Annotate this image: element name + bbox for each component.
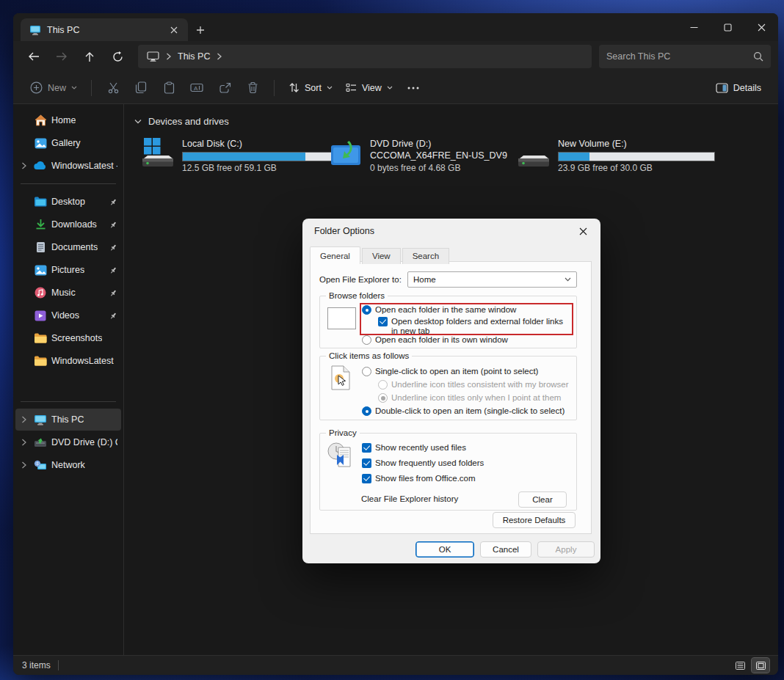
- close-button[interactable]: [744, 15, 778, 40]
- option-label: Show recently used files: [375, 443, 466, 453]
- folder-options-dialog: Folder Options General View Search Open …: [302, 219, 600, 563]
- sidebar-item-dvd-drive[interactable]: DVD Drive (D:) CCC: [15, 431, 121, 453]
- minimize-button[interactable]: [677, 15, 711, 40]
- videos-icon: [33, 308, 48, 323]
- details-button[interactable]: Details: [709, 76, 768, 100]
- sidebar-item-downloads[interactable]: Downloads: [15, 213, 121, 235]
- forward-icon[interactable]: [48, 45, 75, 68]
- sidebar-item-onedrive[interactable]: WindowsLatest - Pe: [15, 155, 121, 177]
- checkbox-recent-files[interactable]: Show recently used files: [362, 443, 466, 453]
- new-tab-button[interactable]: [188, 18, 213, 41]
- option-label: Show files from Office.com: [375, 474, 476, 483]
- up-icon[interactable]: [76, 45, 103, 68]
- option-label: Underline icon titles only when I point …: [391, 393, 561, 403]
- restore-defaults-button[interactable]: Restore Defaults: [493, 512, 576, 528]
- option-label: Double-click to open an item (single-cli…: [375, 406, 565, 416]
- sidebar-item-desktop[interactable]: Desktop: [15, 191, 121, 213]
- sidebar-item-label: This PC: [51, 414, 84, 425]
- clear-button[interactable]: Clear: [518, 491, 567, 508]
- sidebar-item-label: Screenshots: [51, 333, 102, 343]
- view-button[interactable]: View: [339, 76, 399, 100]
- group-legend: Privacy: [326, 428, 360, 438]
- expand-chevron-icon[interactable]: [18, 416, 29, 423]
- items-count: 3 items: [22, 660, 51, 670]
- sidebar-item-screenshots[interactable]: Screenshots: [15, 327, 121, 349]
- new-button[interactable]: New: [23, 76, 84, 100]
- more-options-button[interactable]: [399, 76, 427, 100]
- paste-icon: [164, 81, 175, 94]
- tab-close-icon[interactable]: [166, 22, 182, 38]
- drive-new-volume-e[interactable]: New Volume (E:) 23.9 GB free of 30.0 GB: [517, 138, 705, 173]
- search-icon[interactable]: [753, 51, 763, 62]
- radio-off-icon: [362, 367, 371, 376]
- drive-local-disk-c[interactable]: Local Disk (C:) 12.5 GB free of 59.1 GB: [141, 138, 329, 173]
- radio-own-window[interactable]: Open each folder in its own window: [362, 335, 508, 345]
- details-view-toggle[interactable]: [731, 658, 749, 673]
- copy-icon: [135, 81, 147, 94]
- new-icon: [30, 81, 43, 94]
- sidebar-item-pictures[interactable]: Pictures: [15, 259, 121, 281]
- maximize-button[interactable]: [711, 15, 744, 40]
- ok-button[interactable]: OK: [415, 541, 474, 557]
- window-controls: [677, 15, 778, 40]
- radio-disabled-icon: [378, 380, 388, 390]
- sidebar-item-label: Videos: [51, 310, 79, 321]
- breadcrumb-this-pc[interactable]: This PC: [178, 51, 210, 62]
- refresh-icon[interactable]: [104, 45, 131, 68]
- drive-dvd-d[interactable]: DVD Drive (D:) CCCOMA_X64FRE_EN-US_DV9 0…: [329, 138, 517, 173]
- sidebar-item-home[interactable]: Home: [15, 109, 121, 131]
- sidebar-item-gallery[interactable]: Gallery: [15, 132, 121, 154]
- open-to-dropdown[interactable]: Home: [407, 271, 577, 288]
- browse-folders-group: Browse folders Open each folder in the s…: [319, 296, 577, 348]
- drive-free-space: 12.5 GB free of 59.1 GB: [182, 163, 339, 173]
- expand-chevron-icon[interactable]: [18, 162, 29, 169]
- radio-off-icon: [362, 335, 371, 345]
- search-input[interactable]: [606, 51, 753, 62]
- privacy-group: Privacy Show recently used files Show fr…: [319, 433, 577, 511]
- more-icon: [407, 87, 419, 89]
- back-icon[interactable]: [21, 45, 47, 68]
- tab-general[interactable]: General: [310, 246, 360, 264]
- desktop-folder-icon: [33, 194, 48, 209]
- section-devices-and-drives[interactable]: Devices and drives: [134, 116, 778, 127]
- share-button[interactable]: [211, 76, 239, 100]
- chevron-down-icon: [387, 86, 393, 89]
- sort-button-label: Sort: [305, 83, 322, 93]
- open-file-explorer-label: Open File Explorer to:: [319, 275, 402, 284]
- sidebar-item-videos[interactable]: Videos: [15, 304, 121, 326]
- cancel-button[interactable]: Cancel: [480, 541, 531, 557]
- checkbox-frequent-folders[interactable]: Show frequently used folders: [362, 458, 484, 468]
- rename-button[interactable]: A: [183, 76, 211, 100]
- sort-button[interactable]: Sort: [282, 76, 339, 100]
- dialog-close-icon[interactable]: [568, 220, 598, 242]
- sidebar-item-music[interactable]: Music: [15, 282, 121, 304]
- sidebar-item-this-pc[interactable]: This PC: [15, 409, 121, 431]
- cut-button[interactable]: [99, 76, 127, 100]
- drive-name: Local Disk (C:): [182, 138, 339, 150]
- tab-bar: This PC: [13, 13, 778, 41]
- expand-chevron-icon[interactable]: [18, 461, 29, 469]
- view-icon: [346, 83, 357, 92]
- tab-this-pc[interactable]: This PC: [21, 18, 188, 41]
- navigation-bar: This PC: [13, 41, 778, 72]
- sidebar-item-label: Home: [51, 115, 76, 125]
- sidebar-item-documents[interactable]: Documents: [15, 236, 121, 258]
- tab-view[interactable]: View: [362, 248, 401, 264]
- sidebar-item-windowslatest[interactable]: WindowsLatest: [15, 350, 121, 372]
- delete-button[interactable]: [239, 76, 266, 100]
- checkbox-office-files[interactable]: Show files from Office.com: [362, 474, 476, 483]
- expand-chevron-icon[interactable]: [18, 439, 29, 446]
- sidebar-item-network[interactable]: Network: [15, 454, 121, 476]
- folder-icon: [33, 354, 48, 368]
- radio-double-click[interactable]: Double-click to open an item (single-cli…: [362, 406, 565, 416]
- group-legend: Browse folders: [326, 290, 388, 301]
- home-icon: [33, 113, 48, 128]
- dropdown-value: Home: [413, 275, 565, 284]
- copy-button[interactable]: [127, 76, 155, 100]
- thumbnail-view-toggle[interactable]: [752, 658, 769, 673]
- tab-search[interactable]: Search: [402, 248, 449, 264]
- paste-button[interactable]: [155, 76, 183, 100]
- toolbar-separator: [274, 80, 275, 96]
- radio-single-click[interactable]: Single-click to open an item (point to s…: [362, 367, 538, 376]
- address-bar[interactable]: This PC: [138, 45, 592, 68]
